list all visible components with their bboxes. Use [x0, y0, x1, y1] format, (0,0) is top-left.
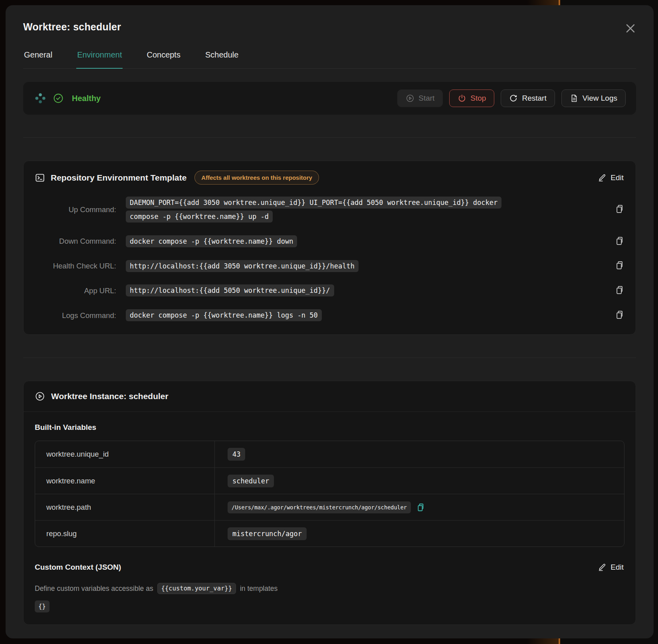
status-actions: Start Stop Restart View Logs [397, 89, 626, 107]
builtin-variables-heading: Built-in Variables [35, 423, 624, 432]
section-divider [23, 358, 636, 358]
field-row-up-command: Up Command: DAEMON_PORT={{add 3050 workt… [35, 196, 624, 224]
stop-button-label: Stop [470, 94, 486, 103]
copy-icon[interactable] [415, 503, 424, 512]
custom-context-header: Custom Context (JSON) Edit [35, 561, 624, 573]
status-bar: Healthy Start Stop Restart [23, 82, 636, 115]
repo-template-scope-badge: Affects all worktrees on this repository [194, 171, 319, 185]
custom-context-json: {} [35, 603, 624, 610]
variable-name: worktree.unique_id [35, 441, 215, 467]
table-row: worktree.path /Users/max/.agor/worktrees… [35, 494, 624, 520]
play-circle-icon [35, 391, 45, 402]
custom-context-description: Define custom variables accessible as {{… [35, 583, 624, 594]
refresh-icon [509, 94, 518, 103]
copy-icon[interactable] [612, 260, 624, 272]
field-row-logs-command: Logs Command: docker compose -p {{worktr… [35, 308, 624, 322]
builtin-variables-table: worktree.unique_id 43 worktree.name sche… [35, 441, 624, 547]
custom-context-edit-button[interactable]: Edit [597, 561, 624, 573]
custom-context-title: Custom Context (JSON) [35, 563, 121, 572]
field-label: Down Command: [35, 237, 126, 246]
stop-button[interactable]: Stop [449, 89, 494, 107]
section-divider [23, 137, 636, 138]
variable-name: repo.slug [35, 521, 215, 547]
table-row: worktree.unique_id 43 [35, 441, 624, 467]
table-row: worktree.name scheduler [35, 467, 624, 494]
tab-bar: General Environment Concepts Schedule [23, 50, 636, 69]
worktree-modal: Worktree: scheduler General Environment … [6, 5, 654, 638]
field-row-app-url: App URL: http://localhost:{{add 5050 wor… [35, 284, 624, 298]
page-title: Worktree: scheduler [23, 21, 636, 33]
restart-button-label: Restart [522, 94, 546, 103]
tab-concepts[interactable]: Concepts [146, 50, 181, 69]
tab-environment[interactable]: Environment [76, 50, 123, 69]
variable-name: worktree.name [35, 468, 215, 494]
copy-icon[interactable] [612, 285, 624, 297]
tab-schedule[interactable]: Schedule [204, 50, 239, 69]
description-code: {{custom.your_var}} [157, 583, 236, 594]
table-row: repo.slug mistercrunch/agor [35, 520, 624, 547]
view-logs-button-label: View Logs [583, 94, 617, 103]
loader-dots-icon [34, 92, 46, 104]
field-value-code: http://localhost:{{add 3050 worktree.uni… [126, 260, 359, 272]
copy-icon[interactable] [612, 310, 624, 322]
variable-value: /Users/max/.agor/worktrees/mistercrunch/… [228, 501, 411, 513]
field-row-down-command: Down Command: docker compose -p {{worktr… [35, 235, 624, 248]
field-value-code: http://localhost:{{add 5050 worktree.uni… [126, 284, 334, 296]
close-icon[interactable] [623, 21, 638, 36]
pencil-icon [598, 563, 606, 572]
instance-title: Worktree Instance: scheduler [51, 392, 168, 401]
repo-template-edit-label: Edit [610, 173, 624, 182]
variable-value: mistercrunch/agor [228, 527, 307, 540]
document-icon [570, 94, 579, 103]
variable-value: scheduler [228, 475, 274, 487]
description-suffix: in templates [240, 584, 277, 593]
field-row-health-check-url: Health Check URL: http://localhost:{{add… [35, 259, 624, 273]
repo-template-title: Repository Environment Template [51, 173, 186, 183]
status-indicator: Healthy [34, 92, 101, 104]
repo-template-edit-button[interactable]: Edit [597, 172, 624, 184]
status-badge: Healthy [72, 94, 101, 103]
power-icon [458, 94, 466, 103]
field-label: App URL: [35, 286, 126, 295]
instance-card: Worktree Instance: scheduler Built-in Va… [23, 381, 636, 625]
field-value-code: docker compose -p {{worktree.name}} logs… [126, 309, 322, 321]
start-button[interactable]: Start [397, 89, 443, 107]
variable-value: 43 [228, 448, 245, 461]
variable-name: worktree.path [35, 494, 215, 520]
view-logs-button[interactable]: View Logs [561, 89, 626, 107]
field-label: Up Command: [35, 205, 126, 214]
pencil-icon [598, 173, 606, 182]
terminal-icon [35, 173, 45, 183]
repo-template-card: Repository Environment Template Affects … [23, 161, 636, 335]
instance-header: Worktree Instance: scheduler [24, 381, 636, 412]
tab-general[interactable]: General [23, 50, 53, 69]
custom-context-value: {} [35, 600, 50, 612]
restart-button[interactable]: Restart [501, 89, 555, 107]
instance-body: Built-in Variables worktree.unique_id 43… [24, 412, 636, 624]
start-button-label: Start [418, 94, 434, 103]
play-circle-icon [406, 94, 414, 103]
env-fields: Up Command: DAEMON_PORT={{add 3050 workt… [35, 196, 624, 322]
field-value-code: DAEMON_PORT={{add 3050 worktree.unique_i… [126, 197, 501, 223]
copy-icon[interactable] [612, 235, 624, 247]
custom-context-edit-label: Edit [610, 563, 624, 572]
field-label: Logs Command: [35, 311, 126, 320]
copy-icon[interactable] [612, 204, 624, 216]
field-value-code: docker compose -p {{worktree.name}} down [126, 235, 297, 247]
field-label: Health Check URL: [35, 262, 126, 270]
repo-template-header: Repository Environment Template Affects … [35, 171, 624, 185]
description-prefix: Define custom variables accessible as [35, 584, 153, 593]
check-circle-icon [53, 93, 64, 104]
